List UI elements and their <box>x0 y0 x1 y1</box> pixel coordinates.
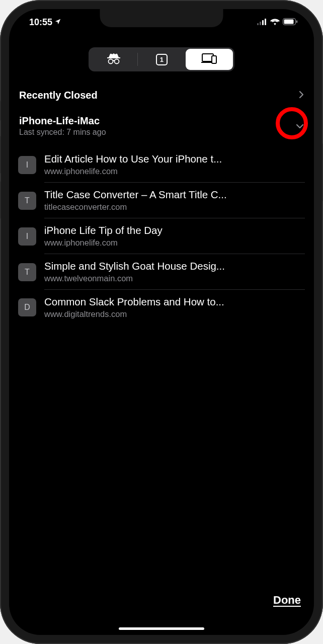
list-item[interactable]: I Edit Article How to Use Your iPhone t.… <box>18 147 305 183</box>
tab-title: Edit Article How to Use Your iPhone t... <box>44 153 305 165</box>
tab-url: www.twelveonmain.com <box>44 274 305 283</box>
notch <box>100 9 223 27</box>
tab-url: www.iphonelife.com <box>44 238 305 248</box>
device-section-header[interactable]: iPhone-Life-iMac Last synced: 7 mins ago <box>18 115 305 142</box>
tab-count-value: 1 <box>160 56 164 63</box>
list-item[interactable]: T Simple and Stylish Goat House Desig...… <box>18 254 305 290</box>
recently-closed-row[interactable]: Recently Closed <box>18 87 305 104</box>
svg-rect-1 <box>260 22 261 25</box>
svg-point-9 <box>115 59 119 64</box>
battery-icon <box>283 17 298 28</box>
mute-switch <box>0 101 1 121</box>
list-item[interactable]: I iPhone Life Tip of the Day www.iphonel… <box>18 218 305 254</box>
chevron-down-icon <box>296 122 304 131</box>
tab-mode-segmented-control: 1 <box>89 47 234 71</box>
synced-devices-tab[interactable] <box>186 49 233 70</box>
chevron-right-icon <box>299 91 304 101</box>
tab-title: Common Slack Problems and How to... <box>44 296 305 308</box>
svg-rect-3 <box>265 19 266 25</box>
list-item[interactable]: D Common Slack Problems and How to... ww… <box>18 290 305 325</box>
devices-icon <box>201 53 217 66</box>
incognito-icon <box>107 52 121 66</box>
tab-title: iPhone Life Tip of the Day <box>44 224 305 236</box>
tab-count-icon: 1 <box>156 54 168 65</box>
svg-point-8 <box>109 59 113 64</box>
volume-down-button <box>0 181 1 219</box>
svg-rect-5 <box>284 19 294 24</box>
svg-rect-12 <box>212 56 216 63</box>
home-indicator[interactable] <box>119 627 204 630</box>
svg-rect-6 <box>296 20 297 23</box>
cellular-icon <box>257 17 267 28</box>
recently-closed-title: Recently Closed <box>19 90 98 101</box>
favicon: I <box>18 156 36 174</box>
device-sync-status: Last synced: 7 mins ago <box>19 128 106 137</box>
tab-title: Title Case Converter – A Smart Title C..… <box>44 189 305 201</box>
svg-rect-2 <box>262 20 264 25</box>
svg-rect-0 <box>257 23 259 25</box>
screen: 10:55 <box>9 9 314 635</box>
phone-frame: 10:55 <box>0 0 323 644</box>
favicon: T <box>18 263 36 281</box>
synced-tab-list: I Edit Article How to Use Your iPhone t.… <box>18 147 305 325</box>
status-time: 10:55 <box>29 17 52 28</box>
incognito-tab[interactable] <box>90 49 137 70</box>
volume-up-button <box>0 136 1 174</box>
wifi-icon <box>270 17 280 28</box>
tab-url: www.digitaltrends.com <box>44 309 305 319</box>
list-item[interactable]: T Title Case Converter – A Smart Title C… <box>18 183 305 218</box>
favicon: D <box>18 298 36 316</box>
tab-title: Simple and Stylish Goat House Desig... <box>44 260 305 272</box>
favicon: I <box>18 227 36 246</box>
location-icon <box>54 17 61 28</box>
device-name: iPhone-Life-iMac <box>19 115 106 127</box>
tab-url: www.iphonelife.com <box>44 167 305 176</box>
tab-url: titlecaseconverter.com <box>44 202 305 212</box>
done-button[interactable]: Done <box>273 594 301 607</box>
favicon: T <box>18 192 36 210</box>
open-tabs-tab[interactable]: 1 <box>138 49 185 70</box>
